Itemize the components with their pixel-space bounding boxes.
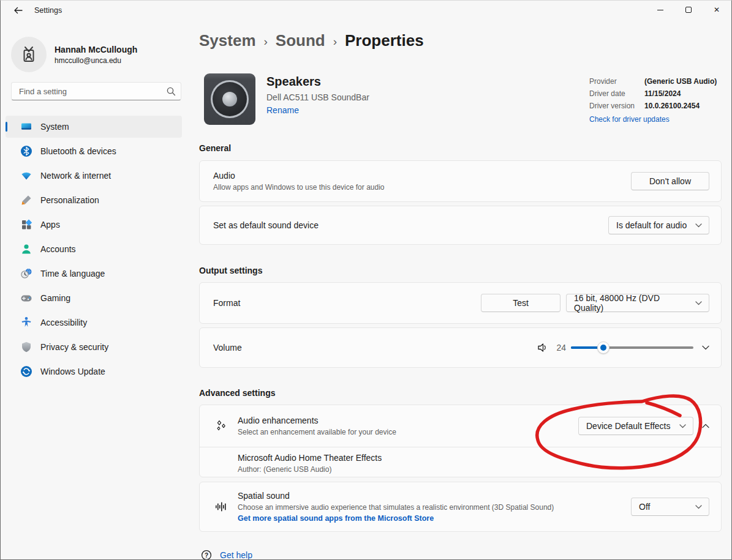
sidebar-item-apps[interactable]: Apps bbox=[6, 214, 182, 236]
sidebar-item-network-internet[interactable]: Network & internet bbox=[6, 165, 182, 187]
volume-icon bbox=[537, 342, 549, 354]
chevron-down-icon bbox=[679, 424, 686, 428]
chevron-down-icon[interactable] bbox=[702, 345, 709, 350]
sidebar-item-label: Windows Update bbox=[40, 367, 105, 376]
driver-info-label: Driver version bbox=[589, 102, 644, 110]
sidebar-item-bluetooth-devices[interactable]: Bluetooth & devices bbox=[6, 140, 182, 162]
format-dropdown[interactable]: 16 bit, 48000 Hz (DVD Quality) bbox=[566, 294, 709, 312]
breadcrumb: System › Sound › Properties bbox=[199, 31, 424, 50]
format-title: Format bbox=[213, 298, 240, 308]
spatial-sound-dropdown-value: Off bbox=[639, 502, 650, 512]
driver-info-value: (Generic USB Audio) bbox=[644, 77, 717, 86]
sidebar-item-label: Privacy & security bbox=[40, 342, 108, 352]
search-icon[interactable] bbox=[166, 86, 176, 96]
enhancement-name: Microsoft Audio Home Theater Effects bbox=[238, 453, 709, 463]
sidebar-item-label: Accounts bbox=[40, 244, 76, 254]
device-description: Dell AC511 USB SoundBar bbox=[266, 92, 369, 102]
minimize-icon bbox=[657, 10, 663, 10]
section-heading-advanced: Advanced settings bbox=[199, 388, 275, 398]
sidebar-item-label: Bluetooth & devices bbox=[40, 146, 116, 156]
volume-value: 24 bbox=[556, 343, 566, 353]
driver-info-value: 10.0.26100.2454 bbox=[644, 102, 700, 110]
format-dropdown-value: 16 bit, 48000 Hz (DVD Quality) bbox=[574, 293, 689, 313]
chevron-down-icon bbox=[695, 301, 702, 305]
sidebar-item-system[interactable]: System bbox=[6, 116, 182, 138]
avatar bbox=[11, 37, 47, 72]
dont-allow-button[interactable]: Don't allow bbox=[631, 172, 709, 190]
sidebar-item-privacy-security[interactable]: Privacy & security bbox=[6, 336, 182, 358]
volume-slider[interactable] bbox=[571, 342, 693, 354]
maximize-icon bbox=[685, 7, 692, 13]
maximize-button[interactable] bbox=[674, 0, 703, 20]
breadcrumb-sound[interactable]: Sound bbox=[276, 31, 325, 50]
spatial-sound-card: Spatial sound Choose an immersive audio … bbox=[199, 482, 722, 532]
spatial-sound-dropdown[interactable]: Off bbox=[631, 498, 709, 516]
windows-update-icon bbox=[20, 365, 32, 378]
check-driver-updates-link[interactable]: Check for driver updates bbox=[589, 115, 670, 124]
search-input[interactable] bbox=[11, 82, 181, 100]
audio-description: Allow apps and Windows to use this devic… bbox=[213, 183, 385, 192]
get-help[interactable]: ? Get help bbox=[201, 550, 252, 560]
test-button[interactable]: Test bbox=[481, 294, 560, 312]
personalization-icon bbox=[20, 194, 32, 206]
volume-slider-thumb[interactable] bbox=[597, 342, 609, 354]
default-device-dropdown[interactable]: Is default for audio bbox=[608, 216, 709, 234]
volume-card: Volume 24 bbox=[199, 327, 722, 368]
sidebar-item-windows-update[interactable]: Windows Update bbox=[6, 360, 182, 383]
audio-enhancements-dropdown-value: Device Default Effects bbox=[586, 421, 670, 431]
main-content: System › Sound › Properties Speakers Del… bbox=[199, 22, 722, 560]
driver-info: Provider (Generic USB Audio) Driver date… bbox=[589, 77, 717, 124]
sidebar-item-label: Personalization bbox=[40, 195, 99, 205]
sidebar-item-label: Accessibility bbox=[40, 318, 87, 327]
get-help-link: Get help bbox=[220, 550, 252, 560]
breadcrumb-system[interactable]: System bbox=[199, 31, 256, 50]
chevron-down-icon bbox=[695, 505, 702, 509]
close-icon: ✕ bbox=[714, 6, 720, 14]
sidebar-item-accounts[interactable]: Accounts bbox=[6, 238, 182, 260]
user-profile[interactable]: Hannah McCullough hmccullo@unca.edu bbox=[11, 37, 137, 72]
collapse-chevron-up-icon[interactable] bbox=[702, 424, 709, 428]
speaker-device-image bbox=[204, 73, 255, 125]
back-arrow-icon bbox=[13, 6, 23, 15]
sidebar-item-label: Apps bbox=[40, 220, 60, 230]
audio-enhancements-title: Audio enhancements bbox=[238, 416, 396, 425]
help-icon: ? bbox=[201, 550, 212, 560]
sidebar-item-time-language[interactable]: Time & language bbox=[6, 263, 182, 285]
driver-info-value: 11/15/2024 bbox=[644, 89, 681, 98]
spatial-sound-icon bbox=[214, 500, 228, 513]
close-button[interactable]: ✕ bbox=[703, 0, 731, 20]
audio-card: Audio Allow apps and Windows to use this… bbox=[199, 160, 722, 202]
sidebar-item-label: Network & internet bbox=[40, 171, 111, 181]
audio-title: Audio bbox=[213, 171, 385, 181]
id-badge-icon bbox=[19, 45, 39, 64]
audio-enhancements-dropdown[interactable]: Device Default Effects bbox=[578, 417, 693, 435]
apps-icon bbox=[20, 218, 32, 231]
back-button[interactable] bbox=[9, 2, 27, 18]
svg-text:?: ? bbox=[205, 552, 208, 559]
sidebar-item-gaming[interactable]: Gaming bbox=[6, 287, 182, 309]
sparkles-icon bbox=[214, 419, 228, 433]
driver-info-label: Provider bbox=[589, 77, 644, 86]
accounts-icon bbox=[20, 243, 32, 255]
spatial-sound-title: Spatial sound bbox=[238, 491, 554, 501]
system-icon bbox=[20, 121, 32, 133]
breadcrumb-separator: › bbox=[333, 35, 337, 48]
default-device-card: Set as default sound device Is default f… bbox=[199, 206, 722, 245]
sidebar-item-label: Time & language bbox=[40, 269, 105, 278]
minimize-button[interactable] bbox=[646, 0, 674, 20]
spatial-sound-store-link[interactable]: Get more spatial sound apps from the Mic… bbox=[238, 514, 554, 523]
sidebar-item-accessibility[interactable]: Accessibility bbox=[6, 312, 182, 334]
section-heading-output: Output settings bbox=[199, 266, 262, 275]
rename-link[interactable]: Rename bbox=[266, 105, 299, 115]
sidebar: Hannah McCullough hmccullo@unca.edu Syst… bbox=[0, 22, 191, 560]
user-name: Hannah McCullough bbox=[55, 45, 137, 54]
gaming-icon bbox=[20, 292, 32, 304]
audio-enhancements-description: Select an enhancement available for your… bbox=[238, 428, 396, 436]
sidebar-item-label: System bbox=[40, 122, 69, 132]
titlebar: Settings ✕ bbox=[0, 0, 732, 22]
user-email: hmccullo@unca.edu bbox=[55, 56, 137, 65]
sidebar-item-personalization[interactable]: Personalization bbox=[6, 189, 182, 211]
breadcrumb-properties: Properties bbox=[345, 31, 424, 50]
sidebar-nav: System Bluetooth & devices Network & int… bbox=[6, 116, 182, 385]
app-title: Settings bbox=[34, 6, 62, 15]
